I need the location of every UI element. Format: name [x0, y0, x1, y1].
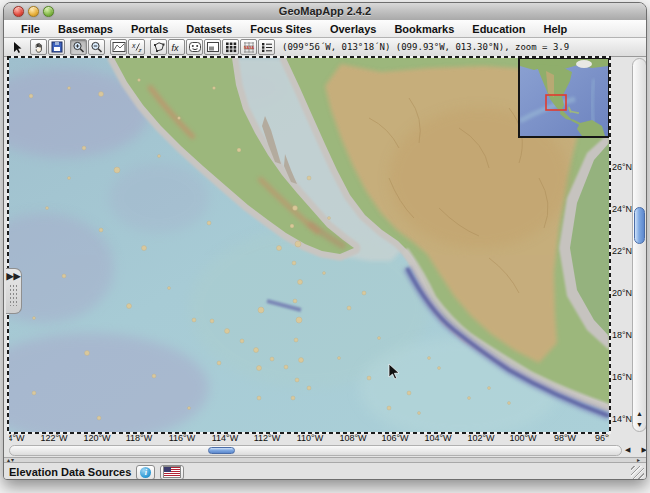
select-arrow-icon	[10, 41, 24, 54]
title-bar[interactable]: GeoMapApp 2.4.2	[4, 3, 646, 21]
pan-hand-button[interactable]	[30, 39, 47, 55]
zoom-out-button[interactable]	[88, 39, 105, 55]
coordinate-readout: (099°56´W, 013°18´N) (099.93°W, 013.30°N…	[282, 42, 569, 52]
language-flag-button[interactable]	[160, 465, 184, 480]
lon-tick-label: 96°W	[595, 433, 609, 443]
inset-locator-map[interactable]	[518, 58, 609, 138]
desktop: GeoMapApp 2.4.2 File Basemaps Portals Da…	[0, 0, 650, 493]
horizontal-scrollbar[interactable]	[9, 445, 622, 456]
function-button[interactable]: fx	[168, 39, 185, 55]
lon-tick-label: 110°W	[297, 433, 323, 443]
window-title: GeoMapApp 2.4.2	[4, 5, 646, 17]
scroll-up-button[interactable]: ▲	[633, 408, 646, 419]
menu-bar: File Basemaps Portals Datasets Focus Sit…	[4, 20, 646, 38]
map-canvas[interactable]	[9, 58, 609, 432]
grid-button[interactable]	[222, 39, 239, 55]
status-bar: Elevation Data Sources i	[4, 463, 646, 480]
lon-tick-label: 120°W	[83, 433, 110, 443]
menu-basemaps[interactable]: Basemaps	[49, 23, 122, 35]
lon-tick-label: 122°W	[40, 433, 67, 443]
profile-button[interactable]	[110, 39, 127, 55]
inset-map-art	[520, 59, 608, 136]
horizontal-scroll-arrows: ◀ ▶	[623, 445, 647, 456]
lon-tick-label: 112°W	[254, 433, 280, 443]
lon-tick-label: 104°W	[424, 433, 451, 443]
svg-text:x: x	[131, 42, 136, 49]
save-floppy-icon	[50, 41, 64, 53]
lon-tick-label: 108°W	[339, 433, 366, 443]
xz-ratio-button[interactable]: xz	[128, 39, 145, 55]
double-chevron-right-icon: ▶▶	[6, 269, 21, 283]
lon-tick-label: 124°W	[9, 433, 25, 443]
layer-list-button[interactable]	[258, 39, 275, 55]
side-panel-expand-tab[interactable]: ▶▶	[6, 268, 22, 314]
zoom-out-icon	[90, 41, 104, 54]
svg-text:NASA: NASA	[244, 46, 255, 50]
svg-text:z: z	[137, 47, 141, 53]
scroll-right-button[interactable]: ▶	[642, 445, 647, 456]
xz-ratio-icon: xz	[130, 41, 144, 53]
nasa-wms-button[interactable]: NASA	[240, 39, 257, 55]
divider-right-arrow-icon[interactable]: ▸	[637, 456, 640, 463]
divider-collapse-arrows-icon[interactable]: ▴▾	[7, 456, 15, 463]
menu-help[interactable]: Help	[534, 23, 576, 35]
map-frame	[7, 56, 611, 434]
longitude-axis: 124°W 122°W 120°W 118°W 116°W 114°W 112°…	[9, 433, 609, 444]
lat-tick-label: 20°N	[612, 288, 632, 298]
menu-overlays[interactable]: Overlays	[321, 23, 385, 35]
mask-face-icon	[188, 41, 202, 53]
menu-file[interactable]: File	[12, 23, 49, 35]
pan-hand-icon	[32, 41, 46, 53]
profile-icon	[112, 41, 126, 53]
menu-education[interactable]: Education	[463, 23, 534, 35]
lasso-digitize-button[interactable]	[150, 39, 167, 55]
lat-tick-label: 26°N	[612, 162, 632, 172]
function-fx-icon: fx	[170, 41, 184, 53]
zoom-in-icon	[72, 41, 86, 54]
us-flag-icon	[163, 466, 181, 478]
save-button[interactable]	[48, 39, 65, 55]
lon-tick-label: 118°W	[126, 433, 152, 443]
mask-button[interactable]	[186, 39, 203, 55]
select-arrow-button[interactable]	[8, 39, 25, 55]
menu-focus-sites[interactable]: Focus Sites	[241, 23, 321, 35]
menu-portals[interactable]: Portals	[122, 23, 177, 35]
menu-datasets[interactable]: Datasets	[177, 23, 241, 35]
lat-tick-label: 14°N	[612, 414, 632, 424]
lat-tick-label: 24°N	[612, 204, 632, 214]
image-window-button[interactable]	[204, 39, 221, 55]
image-window-icon	[206, 41, 220, 53]
grid-icon	[224, 41, 238, 53]
drag-dots-texture	[9, 284, 18, 306]
lon-tick-label: 116°W	[169, 433, 195, 443]
zoom-in-button[interactable]	[70, 39, 87, 55]
lat-tick-label: 22°N	[612, 246, 632, 256]
lasso-icon	[152, 41, 166, 53]
lon-tick-label: 98°W	[554, 433, 576, 443]
lat-tick-label: 16°N	[612, 372, 632, 382]
vertical-scrollbar[interactable]: ▲ ▼	[632, 58, 647, 432]
lon-tick-label: 114°W	[212, 433, 238, 443]
geomapapp-window: GeoMapApp 2.4.2 File Basemaps Portals Da…	[3, 2, 647, 480]
nasa-wms-icon: NASA	[242, 41, 256, 53]
layer-list-icon	[260, 41, 274, 53]
window-resize-grip[interactable]	[631, 466, 644, 479]
menu-bookmarks[interactable]: Bookmarks	[385, 23, 463, 35]
lat-tick-label: 18°N	[612, 330, 632, 340]
info-icon: i	[140, 467, 151, 478]
scroll-down-button[interactable]: ▼	[633, 419, 646, 430]
svg-text:fx: fx	[171, 43, 179, 53]
latitude-axis: 26°N 24°N 22°N 20°N 18°N 16°N 14°N	[611, 58, 632, 432]
info-button[interactable]: i	[136, 465, 155, 480]
horizontal-scrollbar-thumb[interactable]	[208, 447, 235, 454]
lon-tick-label: 100°W	[509, 433, 536, 443]
lon-tick-label: 102°W	[467, 433, 494, 443]
vertical-scrollbar-thumb[interactable]	[634, 207, 645, 244]
toolbar: xz fx NASA (099°56´W, 013°18´N) (099.93°…	[4, 38, 646, 57]
scroll-left-button[interactable]: ◀	[625, 445, 630, 456]
status-label: Elevation Data Sources	[9, 466, 131, 478]
lon-tick-label: 106°W	[381, 433, 408, 443]
